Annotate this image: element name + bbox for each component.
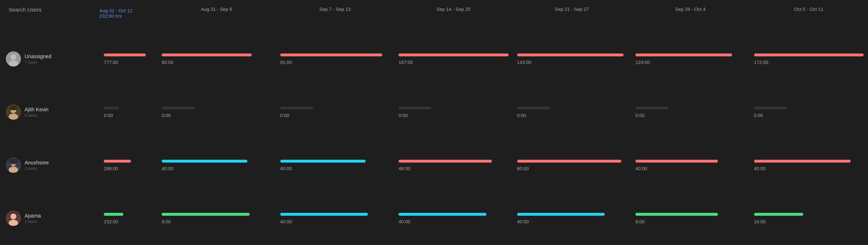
header-row: Search Users Aug 31 - Oct 11 232:00 hrs … xyxy=(0,0,868,33)
cell-value: 80:00 xyxy=(162,60,272,65)
cell-week-4: 8:00 xyxy=(631,212,750,224)
user-info-1: Ajith Kevin0 tasks xyxy=(0,104,99,120)
cell-week-0: 40:00 xyxy=(157,159,276,171)
cell-value-total: 152:00 xyxy=(104,219,153,224)
cell-week-3: 80:00 xyxy=(513,159,631,171)
cell-value: 143:00 xyxy=(517,60,627,65)
cell-week-1: 40:00 xyxy=(276,159,395,171)
user-tasks: 2 tasks xyxy=(25,166,49,171)
cell-value: 40:00 xyxy=(399,219,509,224)
week-header-4: Sep 28 - Oct 4 xyxy=(631,7,750,12)
cell-week-4: 40:00 xyxy=(631,159,750,171)
cell-week-4: 124:00 xyxy=(631,53,750,65)
svg-rect-10 xyxy=(9,159,18,164)
week-header-0: Aug 31 - Sep 6 xyxy=(157,7,276,12)
cell-value: 91:00 xyxy=(280,60,390,65)
cell-value: 0:00 xyxy=(399,113,509,118)
cell-week-3: 143:00 xyxy=(513,53,631,65)
user-name: Unassigned xyxy=(25,53,51,59)
cell-week-2: 0:00 xyxy=(394,106,513,118)
table-row: Unassigned7 tasks777:0080:0091:00167:001… xyxy=(0,33,868,86)
avatar xyxy=(6,104,21,120)
cell-week-4: 0:00 xyxy=(631,106,750,118)
cell-value: 0:00 xyxy=(280,113,390,118)
user-name: Anushsree xyxy=(25,160,49,166)
user-tasks: 0 tasks xyxy=(25,113,48,117)
avatar xyxy=(6,158,21,173)
cell-value: 8:00 xyxy=(635,219,745,224)
cell-week-2: 40:00 xyxy=(394,212,513,224)
cell-value: 124:00 xyxy=(635,60,745,65)
cell-value: 172:00 xyxy=(754,60,864,65)
total-hours: 232:00 hrs xyxy=(99,13,122,19)
week-header-1: Sep 7 - Sep 13 xyxy=(276,7,395,12)
cell-week-5: 0:00 xyxy=(750,106,868,118)
cell-value-total: 777:00 xyxy=(104,60,153,65)
total-header: Aug 31 - Oct 11 232:00 hrs xyxy=(99,7,157,19)
cell-value: 40:00 xyxy=(162,166,272,171)
main-container: Search Users Aug 31 - Oct 11 232:00 hrs … xyxy=(0,0,868,245)
cell-value-total: 288:00 xyxy=(104,166,153,171)
user-name: Aparna xyxy=(25,213,41,219)
total-date-range: Aug 31 - Oct 11 xyxy=(99,8,132,13)
cell-value: 0:00 xyxy=(162,113,272,118)
cell-week-0: 8:00 xyxy=(157,212,276,224)
svg-point-15 xyxy=(10,214,16,219)
avatar xyxy=(6,211,21,226)
cell-week-3: 0:00 xyxy=(513,106,631,118)
cell-total: 777:00 xyxy=(99,53,157,65)
table-row: Aparna2 tasks152:008:0040:0040:0040:008:… xyxy=(0,192,868,245)
user-tasks: 7 tasks xyxy=(25,60,51,64)
cell-value-total: 0:00 xyxy=(104,113,153,118)
search-users-text: Search Users xyxy=(9,7,42,13)
week-header-2: Sep 14 - Sep 20 xyxy=(394,7,513,12)
svg-rect-6 xyxy=(9,106,17,110)
search-users-label[interactable]: Search Users xyxy=(0,7,99,13)
cell-week-0: 80:00 xyxy=(157,53,276,65)
avatar xyxy=(6,51,21,66)
cell-value: 48:00 xyxy=(399,166,509,171)
user-info-3: Aparna2 tasks xyxy=(0,211,99,226)
cell-week-2: 167:00 xyxy=(394,53,513,65)
table-row: Anushsree2 tasks288:0040:0040:0048:0080:… xyxy=(0,139,868,192)
cell-total: 288:00 xyxy=(99,159,157,171)
cell-value: 40:00 xyxy=(280,219,390,224)
cell-total: 0:00 xyxy=(99,106,157,118)
user-info-0: Unassigned7 tasks xyxy=(0,51,99,66)
cell-value: 40:00 xyxy=(517,219,627,224)
data-rows: Unassigned7 tasks777:0080:0091:00167:001… xyxy=(0,33,868,245)
table-row: Ajith Kevin0 tasks0:000:000:000:000:000:… xyxy=(0,86,868,139)
cell-week-1: 91:00 xyxy=(276,53,395,65)
cell-week-5: 172:00 xyxy=(750,53,868,65)
cell-week-5: 40:00 xyxy=(750,159,868,171)
cell-week-1: 40:00 xyxy=(276,212,395,224)
cell-value: 40:00 xyxy=(754,166,864,171)
cell-value: 167:00 xyxy=(399,60,509,65)
week-header-5: Oct 5 - Oct 11 xyxy=(750,7,868,12)
cell-value: 0:00 xyxy=(635,113,745,118)
svg-point-1 xyxy=(10,54,16,60)
cell-week-3: 40:00 xyxy=(513,212,631,224)
cell-value: 16:00 xyxy=(754,219,864,224)
user-tasks: 2 tasks xyxy=(25,219,41,224)
cell-total: 152:00 xyxy=(99,212,157,224)
user-info-2: Anushsree2 tasks xyxy=(0,158,99,173)
cell-value: 0:00 xyxy=(754,113,864,118)
cell-week-2: 48:00 xyxy=(394,159,513,171)
user-name: Ajith Kevin xyxy=(25,107,48,112)
cell-value: 0:00 xyxy=(517,113,627,118)
cell-week-1: 0:00 xyxy=(276,106,395,118)
cell-week-5: 16:00 xyxy=(750,212,868,224)
cell-week-0: 0:00 xyxy=(157,106,276,118)
cell-value: 40:00 xyxy=(280,166,390,171)
cell-value: 8:00 xyxy=(162,219,272,224)
cell-value: 40:00 xyxy=(635,166,745,171)
svg-rect-13 xyxy=(10,164,16,165)
week-header-3: Sep 21 - Sep 27 xyxy=(513,7,631,12)
cell-value: 80:00 xyxy=(517,166,627,171)
